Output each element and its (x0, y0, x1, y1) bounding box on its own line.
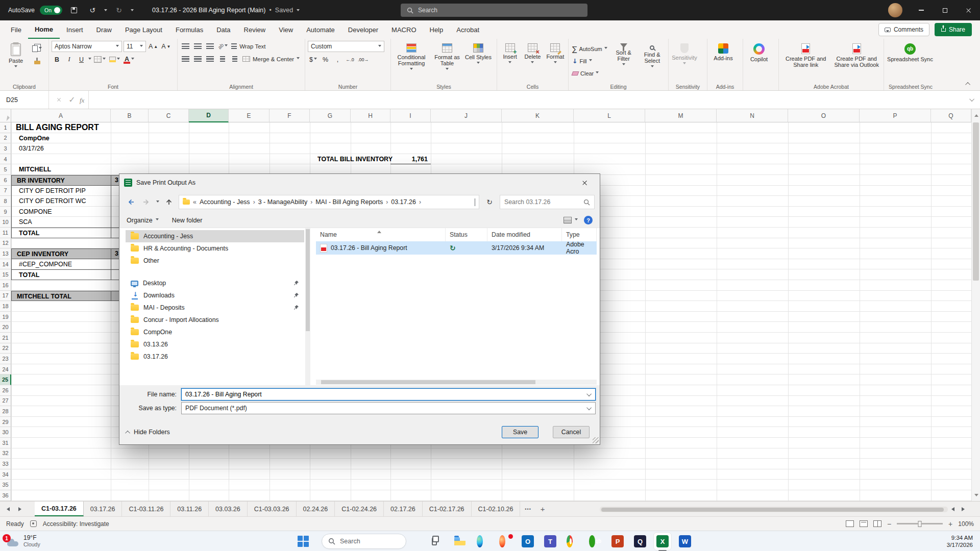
title-dropdown-icon[interactable] (297, 9, 300, 13)
taskbar-app-icon[interactable]: P (611, 535, 624, 547)
row-header[interactable]: 1 (0, 122, 11, 133)
row-header[interactable]: 2 (0, 133, 11, 144)
dialog-titlebar[interactable]: Save Print Output As (119, 174, 600, 191)
document-title[interactable]: 03.17.26 - 2026 Bill Aging Report (Main)… (152, 7, 300, 14)
zoom-thumb[interactable] (918, 521, 922, 527)
tree-item[interactable]: CompOne (126, 326, 304, 338)
decrease-indent-button[interactable] (217, 54, 228, 64)
column-header[interactable]: H (351, 109, 390, 122)
row-header[interactable]: 8 (0, 196, 11, 207)
row-header[interactable]: 11 (0, 228, 11, 238)
save-type-dropdown-icon[interactable] (584, 407, 595, 410)
row-header[interactable]: 13 (0, 248, 11, 259)
column-header[interactable]: P (860, 109, 931, 122)
vertical-scroll-thumb[interactable] (973, 122, 979, 281)
cell[interactable]: #CEP_COMPONE (11, 259, 72, 270)
column-header[interactable]: A (11, 109, 111, 122)
ribbon-tab[interactable]: View (272, 20, 300, 39)
row-header[interactable]: 30 (0, 427, 11, 438)
refresh-icon[interactable]: ↻ (483, 195, 496, 209)
align-left-button[interactable] (180, 54, 191, 64)
breadcrumb-dropdown-icon[interactable] (475, 198, 475, 206)
merge-center-button[interactable]: Merge & Center (241, 54, 301, 64)
row-header[interactable]: 26 (0, 385, 11, 396)
increase-decimal-button[interactable]: ←.0 (345, 54, 355, 65)
row-header[interactable]: 33 (0, 459, 11, 469)
search-box[interactable]: Search (401, 4, 587, 17)
ribbon-tab[interactable]: Home (28, 20, 60, 39)
copy-button[interactable] (31, 43, 43, 54)
sheet-tab[interactable]: 02.24.26 (297, 502, 335, 516)
underline-dropdown-icon[interactable] (88, 58, 91, 61)
taskbar-app-icon[interactable]: O (522, 535, 534, 547)
taskbar-search[interactable]: Search (322, 534, 406, 549)
start-button[interactable] (298, 536, 309, 547)
cancel-entry-icon[interactable] (53, 94, 64, 106)
save-button[interactable]: Save (502, 426, 538, 438)
row-header[interactable]: 18 (0, 301, 11, 312)
row-header[interactable]: 29 (0, 417, 11, 428)
file-name-field[interactable] (181, 388, 596, 400)
sheet-tab[interactable]: C1-03.17.26 (35, 502, 84, 516)
bold-button[interactable]: B (52, 54, 62, 65)
font-name-combo[interactable]: Aptos Narrow (52, 41, 122, 52)
file-name-input[interactable] (182, 389, 584, 400)
recent-locations-icon[interactable] (156, 201, 159, 204)
taskbar-app-icon[interactable]: W (679, 535, 691, 547)
column-header[interactable]: J (431, 109, 502, 122)
insert-function-icon[interactable] (80, 95, 84, 105)
organize-button[interactable]: Organize (127, 217, 159, 224)
ribbon-tab[interactable]: Formulas (169, 20, 210, 39)
breadcrumb-item[interactable]: MAI - Bill Aging Reports› (315, 198, 388, 206)
autosave-toggle[interactable]: On (40, 6, 62, 15)
breadcrumb-item[interactable]: 3 - ManageAbility› (258, 198, 313, 206)
confirm-entry-icon[interactable]: ✓ (66, 94, 78, 106)
ribbon-tab[interactable]: Automate (300, 20, 341, 39)
row-header[interactable]: 6 (0, 175, 11, 186)
align-center-button[interactable] (192, 54, 203, 64)
column-header[interactable]: N (717, 109, 788, 122)
scroll-up-icon[interactable] (972, 109, 980, 119)
breadcrumb-item[interactable]: 03.17.26› (391, 198, 421, 206)
cell[interactable]: CompOne (11, 133, 50, 144)
shrink-font-button[interactable]: A▼ (160, 41, 172, 52)
row-header[interactable]: 20 (0, 322, 11, 333)
decrease-decimal-button[interactable]: .00→ (357, 54, 370, 65)
more-sheets-button[interactable]: ••• (520, 502, 535, 516)
cancel-button[interactable]: Cancel (553, 426, 590, 438)
column-header[interactable]: I (390, 109, 431, 122)
taskbar-app-icon[interactable] (454, 535, 467, 547)
taskbar-app-icon[interactable]: T (544, 535, 556, 547)
undo-icon[interactable]: ↺ (86, 4, 99, 17)
vertical-scrollbar[interactable] (971, 109, 980, 501)
minimize-button[interactable] (910, 0, 933, 20)
sheet-tab[interactable]: C1-03.03.26 (248, 502, 297, 516)
taskbar-app-icon[interactable]: qb (589, 535, 601, 547)
sheet-tab[interactable]: C1-02.17.26 (423, 502, 472, 516)
column-status[interactable]: Status (446, 228, 487, 241)
cell[interactable]: 3 (111, 175, 118, 186)
avatar[interactable] (888, 3, 902, 17)
sheet-tab[interactable]: 03.03.26 (209, 502, 248, 516)
row-header[interactable]: 9 (0, 207, 11, 217)
tree-item[interactable]: 03.13.26 (126, 338, 304, 350)
row-header[interactable]: 12 (0, 238, 11, 249)
redo-icon[interactable]: ↻ (112, 4, 126, 17)
scroll-down-icon[interactable] (972, 491, 980, 501)
tree-scrollbar[interactable] (305, 228, 310, 385)
fill-button[interactable]: Fill (571, 56, 593, 66)
ribbon-tab[interactable]: Page Layout (118, 20, 169, 39)
zoom-in-icon[interactable]: + (948, 520, 952, 528)
orientation-button[interactable]: ab (217, 41, 229, 52)
font-color-button[interactable]: A (122, 54, 135, 65)
horizontal-scrollbar[interactable] (600, 507, 948, 512)
column-header[interactable]: B (111, 109, 149, 122)
sheet-tab[interactable]: C1-03.11.26 (122, 502, 170, 516)
row-header[interactable]: 15 (0, 269, 11, 280)
ribbon-tab[interactable]: File (4, 20, 28, 39)
row-header[interactable]: 21 (0, 333, 11, 343)
taskbar-app-icon[interactable] (567, 535, 579, 547)
column-header[interactable]: D (189, 109, 229, 122)
ribbon-tab[interactable]: Insert (60, 20, 90, 39)
increase-indent-button[interactable] (229, 54, 240, 64)
